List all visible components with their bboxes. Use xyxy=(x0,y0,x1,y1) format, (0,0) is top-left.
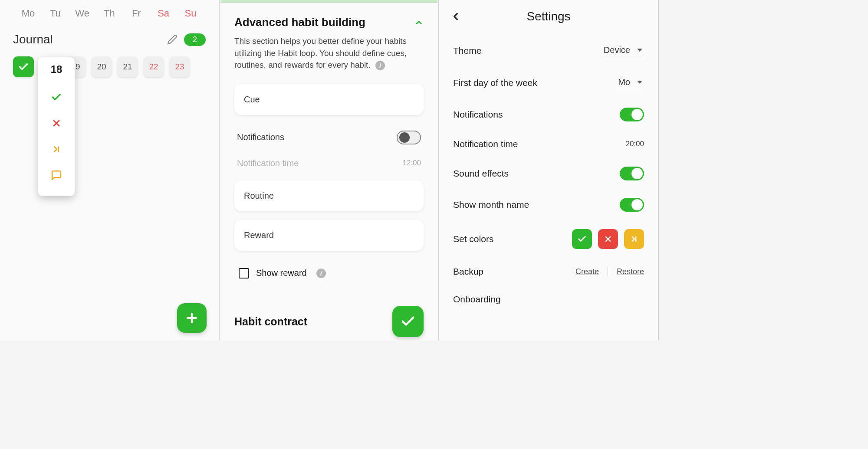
date-row: 19 20 21 22 23 xyxy=(0,49,219,84)
chevron-down-icon xyxy=(637,49,642,52)
date-cell-22[interactable]: 22 xyxy=(143,56,164,77)
theme-dropdown[interactable]: Device xyxy=(600,43,644,58)
routine-input[interactable]: Routine xyxy=(234,180,424,211)
theme-label: Theme xyxy=(453,46,481,56)
weekday-we: We xyxy=(72,8,93,19)
notification-time-label: Notification time xyxy=(237,158,299,168)
show-month-label: Show month name xyxy=(453,200,529,210)
weekday-fr: Fr xyxy=(125,8,147,19)
weekday-th: Th xyxy=(99,8,120,19)
weekday-sa: Sa xyxy=(153,8,174,19)
date-cell-17-checked[interactable] xyxy=(13,56,34,77)
date-cell-21[interactable]: 21 xyxy=(117,56,138,77)
date-action-popup: 18 xyxy=(38,57,75,196)
theme-row: Theme Device xyxy=(453,35,644,67)
cue-input[interactable]: Cue xyxy=(234,84,424,115)
habit-builder-panel: Advanced habit building This section hel… xyxy=(220,0,439,341)
journal-header-row: Journal 2 xyxy=(0,23,219,49)
color-chip-missed[interactable] xyxy=(598,229,618,249)
backup-restore-link[interactable]: Restore xyxy=(617,267,644,276)
comment-icon xyxy=(51,170,62,181)
notification-time-row[interactable]: Notification time 20:00 xyxy=(453,130,644,158)
first-day-label: First day of the week xyxy=(453,78,537,88)
notification-time-row[interactable]: Notification time 12:00 xyxy=(234,151,424,175)
skip-icon xyxy=(630,235,638,243)
add-habit-fab[interactable] xyxy=(177,303,207,333)
settings-title: Settings xyxy=(464,10,634,23)
habit-contract-title: Habit contract xyxy=(234,315,307,328)
backup-label: Backup xyxy=(453,266,483,277)
x-icon xyxy=(51,118,62,128)
sound-effects-label: Sound effects xyxy=(453,168,509,179)
plus-icon xyxy=(184,311,199,325)
check-icon xyxy=(577,234,587,244)
show-month-row: Show month name xyxy=(453,189,644,220)
x-icon xyxy=(604,235,612,243)
first-day-dropdown[interactable]: Mo xyxy=(615,75,644,90)
streak-badge: 2 xyxy=(184,33,206,46)
chevron-up-icon xyxy=(414,18,424,27)
sound-effects-toggle[interactable] xyxy=(620,167,644,180)
check-icon xyxy=(51,92,62,103)
backup-create-link[interactable]: Create xyxy=(575,267,599,276)
notifications-label: Notifications xyxy=(453,109,503,120)
pencil-icon xyxy=(167,34,178,45)
notification-time-label: Notification time xyxy=(453,139,518,149)
popup-action-comment[interactable] xyxy=(48,164,65,187)
notification-time-value: 12:00 xyxy=(402,159,421,167)
notifications-label: Notifications xyxy=(237,132,284,142)
week-header: Mo Tu We Th Fr Sa Su xyxy=(0,0,219,23)
chevron-down-icon xyxy=(637,81,642,84)
reward-input[interactable]: Reward xyxy=(234,220,424,251)
show-reward-checkbox[interactable] xyxy=(239,268,249,279)
set-colors-row: Set colors xyxy=(453,220,644,258)
date-cell-23[interactable]: 23 xyxy=(169,56,190,77)
set-colors-label: Set colors xyxy=(453,234,493,244)
info-icon[interactable]: i xyxy=(316,269,326,278)
confirm-fab[interactable] xyxy=(392,306,424,337)
date-cell-20[interactable]: 20 xyxy=(91,56,112,77)
notifications-toggle[interactable] xyxy=(620,108,644,121)
notifications-toggle-row: Notifications xyxy=(234,124,424,151)
show-month-toggle[interactable] xyxy=(620,198,644,212)
color-chip-skip[interactable] xyxy=(624,229,644,249)
journal-title: Journal xyxy=(13,33,165,46)
onboarding-row[interactable]: Onboarding xyxy=(453,285,644,313)
advanced-section-title: Advanced habit building xyxy=(234,16,365,29)
notifications-toggle[interactable] xyxy=(397,131,421,144)
check-icon xyxy=(400,314,416,329)
popup-selected-date: 18 xyxy=(51,63,62,75)
info-icon[interactable]: i xyxy=(375,61,385,70)
chevron-left-icon xyxy=(450,11,461,22)
show-reward-label: Show reward xyxy=(256,268,307,278)
color-chips xyxy=(572,229,644,249)
back-button[interactable] xyxy=(448,9,464,24)
show-reward-row: Show reward i xyxy=(234,259,424,287)
check-icon xyxy=(18,61,29,72)
first-day-row: First day of the week Mo xyxy=(453,67,644,99)
settings-header: Settings xyxy=(439,0,658,35)
weekday-tu: Tu xyxy=(44,8,66,19)
backup-row: Backup Create Restore xyxy=(453,258,644,285)
skip-icon xyxy=(52,144,61,154)
onboarding-label: Onboarding xyxy=(453,294,501,305)
notification-time-value: 20:00 xyxy=(625,140,644,148)
settings-panel: Settings Theme Device First day of the w… xyxy=(439,0,659,341)
notifications-row: Notifications xyxy=(453,99,644,130)
sound-effects-row: Sound effects xyxy=(453,158,644,189)
advanced-section-desc: This section helps you better define you… xyxy=(234,35,424,71)
advanced-section-header[interactable]: Advanced habit building xyxy=(234,16,424,29)
color-chip-done[interactable] xyxy=(572,229,592,249)
divider xyxy=(608,267,608,276)
popup-action-missed[interactable] xyxy=(48,112,65,134)
weekday-mo: Mo xyxy=(17,8,39,19)
edit-button[interactable] xyxy=(165,32,180,47)
popup-action-skip[interactable] xyxy=(48,138,65,161)
popup-action-done[interactable] xyxy=(48,86,65,108)
weekday-su: Su xyxy=(180,8,201,19)
journal-panel: Mo Tu We Th Fr Sa Su Journal 2 19 20 21 … xyxy=(0,0,220,341)
